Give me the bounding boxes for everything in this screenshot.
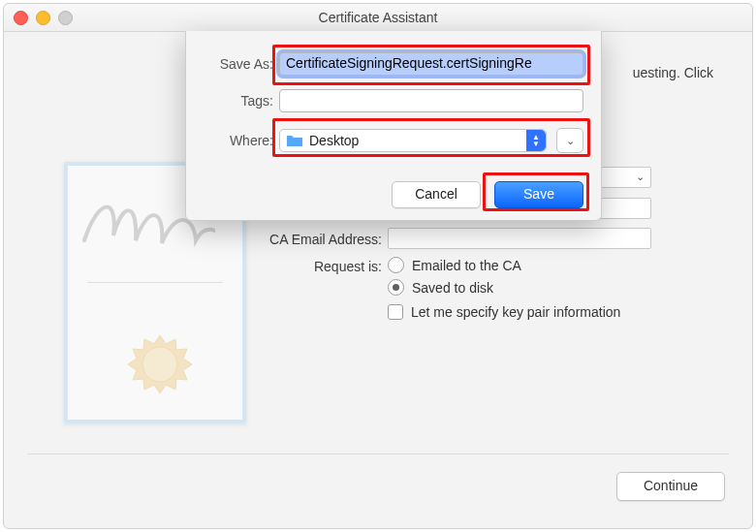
assistant-window: Certificate Assistant uesting. Click ⌄ C… <box>3 3 753 529</box>
updown-stepper-icon: ▲▼ <box>526 130 546 151</box>
radio-icon <box>388 279 404 296</box>
radio-saved-row[interactable]: Saved to disk <box>388 279 493 296</box>
chevron-down-icon: ⌄ <box>566 135 575 147</box>
save-as-label: Save As: <box>186 56 273 72</box>
window-title: Certificate Assistant <box>4 4 752 31</box>
tags-field[interactable] <box>279 89 583 112</box>
request-is-label: Request is: <box>268 259 382 274</box>
separator <box>27 454 729 454</box>
save-button[interactable]: Save <box>494 181 583 208</box>
svg-point-0 <box>142 347 177 382</box>
cancel-button[interactable]: Cancel <box>392 181 481 208</box>
where-value: Desktop <box>309 133 359 148</box>
check-keypair-row[interactable]: Let me specify key pair information <box>388 304 620 320</box>
where-select[interactable]: Desktop ▲▼ <box>279 129 547 152</box>
radio-emailed-label: Emailed to the CA <box>412 258 521 273</box>
titlebar: Certificate Assistant <box>4 4 752 32</box>
folder-icon <box>286 134 303 147</box>
radio-saved-label: Saved to disk <box>412 280 493 296</box>
ca-email-label: CA Email Address: <box>246 232 382 247</box>
tags-label: Tags: <box>186 93 273 109</box>
continue-button[interactable]: Continue <box>616 472 725 501</box>
save-sheet: Save As: CertificateSigningRequest.certS… <box>185 31 602 221</box>
chevron-down-icon: ⌄ <box>636 171 645 183</box>
truncated-body-text: uesting. Click <box>633 65 713 80</box>
expand-button[interactable]: ⌄ <box>556 128 583 153</box>
ca-email-field[interactable] <box>388 228 651 249</box>
where-label: Where: <box>186 133 273 148</box>
save-as-field[interactable]: CertificateSigningRequest.certSigningRe <box>279 52 583 76</box>
radio-icon <box>388 257 404 273</box>
checkbox-icon <box>388 304 403 320</box>
check-keypair-label: Let me specify key pair information <box>411 304 620 320</box>
radio-emailed-row[interactable]: Emailed to the CA <box>388 257 521 273</box>
